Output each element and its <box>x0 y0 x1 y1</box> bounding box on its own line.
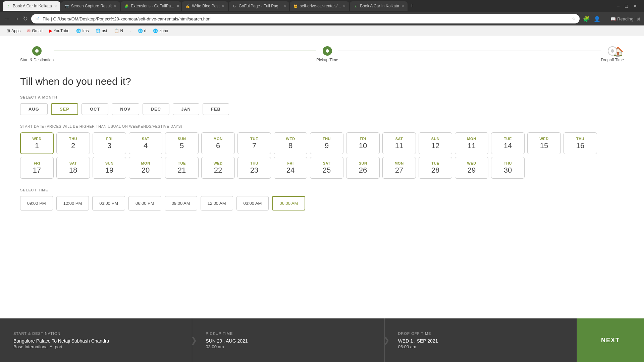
step-1-label: Start & Destination <box>20 58 54 62</box>
maximize-button[interactable]: □ <box>625 3 628 9</box>
month-btn-dec[interactable]: DEC <box>143 103 169 115</box>
day-btn-5[interactable]: SUN5 <box>165 132 199 154</box>
tab-1-favicon: Z <box>6 4 11 8</box>
day-btn-16[interactable]: THU16 <box>564 132 597 154</box>
month-btn-nov[interactable]: NOV <box>112 103 139 115</box>
day-btn-18[interactable]: SAT18 <box>56 157 90 179</box>
tab-6-close[interactable]: ✕ <box>343 4 346 8</box>
day-name: THU <box>250 161 258 165</box>
day-num: 15 <box>540 141 548 150</box>
day-btn-2[interactable]: THU2 <box>56 132 90 154</box>
tab-5-close[interactable]: ✕ <box>284 4 287 8</box>
bookmark-dot-label: · <box>130 28 131 33</box>
tab-2[interactable]: 📷 Screen Capture Result ✕ <box>61 1 120 11</box>
forward-button[interactable]: → <box>13 15 19 22</box>
tab-3[interactable]: 🧩 Extensions - GoFullPa... ✕ <box>121 1 181 11</box>
day-btn-25[interactable]: SAT25 <box>310 157 343 179</box>
tab-2-close[interactable]: ✕ <box>114 4 117 8</box>
footer-dropoff-label: DROP OFF TIME <box>398 331 563 336</box>
bookmark-apps[interactable]: ⊞ Apps <box>4 27 23 35</box>
footer-arrow-1: ❯ <box>191 336 197 345</box>
day-btn-27[interactable]: MON27 <box>382 157 416 179</box>
tab-5[interactable]: G GoFullPage - Full Pag... ✕ <box>229 1 289 11</box>
day-btn-14[interactable]: TUE14 <box>491 132 525 154</box>
tab-7-label: Book A Car In Kolkata <box>360 4 399 8</box>
day-btn-15[interactable]: WED15 <box>527 132 561 154</box>
bookmark-dot[interactable]: · <box>127 27 133 35</box>
refresh-button[interactable]: ↻ <box>23 15 28 22</box>
day-num: 27 <box>395 166 403 175</box>
tab-1[interactable]: Z Book A Car In Kolkata ✕ <box>3 1 60 11</box>
day-btn-6[interactable]: MON6 <box>201 132 235 154</box>
day-btn-12[interactable]: SUN12 <box>419 132 452 154</box>
time-btn-06-00-PM[interactable]: 06:00 PM <box>128 196 161 210</box>
close-button[interactable]: ✕ <box>633 3 637 9</box>
footer-start-label: START & DESTINATION <box>13 331 178 336</box>
month-btn-aug[interactable]: AUG <box>20 103 48 115</box>
select-time-label: SELECT TIME <box>20 188 624 192</box>
month-btn-sep[interactable]: SEP <box>51 103 78 115</box>
step-1-circle <box>32 46 42 56</box>
reading-list-label[interactable]: 📖 Reading list <box>610 16 640 21</box>
bookmark-gmail[interactable]: ✉ Gmail <box>24 27 45 35</box>
month-btn-oct[interactable]: OCT <box>82 103 108 115</box>
next-button[interactable]: NEXT <box>577 318 644 362</box>
day-btn-17[interactable]: FRI17 <box>20 157 54 179</box>
day-btn-30[interactable]: THU30 <box>491 157 525 179</box>
time-btn-06-00-AM[interactable]: 06:00 AM <box>272 196 305 210</box>
address-bar[interactable]: 📄 File | C:/Users/OM/Desktop/Porject%20-… <box>31 14 580 23</box>
day-btn-8[interactable]: WED8 <box>274 132 307 154</box>
day-btn-23[interactable]: THU23 <box>237 157 271 179</box>
time-btn-09-00-AM[interactable]: 09:00 AM <box>165 196 197 210</box>
tab-7[interactable]: Z Book A Car In Kolkata ✕ <box>350 1 408 11</box>
day-btn-20[interactable]: MON20 <box>129 157 162 179</box>
bookmark-n[interactable]: 📋 N <box>111 27 126 35</box>
tab-4[interactable]: ✍ Write Blog Post ✕ <box>182 1 228 11</box>
time-btn-03-00-AM[interactable]: 03:00 AM <box>236 196 269 210</box>
day-btn-21[interactable]: TUE21 <box>165 157 199 179</box>
bookmark-star-icon[interactable]: ☆ <box>572 16 576 21</box>
bookmark-youtube[interactable]: ▶ YouTube <box>47 27 72 35</box>
day-btn-4[interactable]: SAT4 <box>129 132 162 154</box>
month-btn-jan[interactable]: JAN <box>173 103 199 115</box>
day-num: 18 <box>69 166 77 175</box>
tab-1-close[interactable]: ✕ <box>54 4 57 8</box>
bookmark-lms[interactable]: 🌐 lms <box>73 27 92 35</box>
time-btn-12-00-PM[interactable]: 12:00 PM <box>56 196 89 210</box>
back-button[interactable]: ← <box>4 15 10 22</box>
tab-6[interactable]: 🐱 self-drive-car-rentals/... ✕ <box>290 1 350 11</box>
day-btn-19[interactable]: SUN19 <box>93 157 126 179</box>
month-btn-feb[interactable]: FEB <box>203 103 229 115</box>
bookmark-zoho-label: zoho <box>159 28 168 33</box>
tab-2-favicon: 📷 <box>64 4 69 8</box>
day-name: THU <box>69 137 77 141</box>
minimize-button[interactable]: − <box>617 3 620 9</box>
tab-3-close[interactable]: ✕ <box>176 4 179 8</box>
day-num: 30 <box>504 166 512 175</box>
day-btn-11[interactable]: MON11 <box>455 132 488 154</box>
bookmark-ast[interactable]: 🌐 ast <box>93 27 110 35</box>
day-btn-24[interactable]: FRI24 <box>274 157 307 179</box>
day-btn-7[interactable]: TUE7 <box>237 132 271 154</box>
bookmark-zoho[interactable]: 🌐 zoho <box>150 27 171 35</box>
time-btn-09-00-PM[interactable]: 09:00 PM <box>20 196 53 210</box>
day-btn-11[interactable]: SAT11 <box>382 132 416 154</box>
time-btn-12-00-AM[interactable]: 12:00 AM <box>201 196 233 210</box>
day-btn-28[interactable]: TUE28 <box>419 157 452 179</box>
tab-7-close[interactable]: ✕ <box>401 4 404 8</box>
day-btn-1[interactable]: WED1 <box>20 132 54 154</box>
day-btn-10[interactable]: FRI10 <box>346 132 380 154</box>
day-btn-9[interactable]: THU9 <box>310 132 343 154</box>
day-btn-22[interactable]: WED22 <box>201 157 235 179</box>
bookmark-ast-label: ast <box>102 28 107 33</box>
day-btn-29[interactable]: WED29 <box>455 157 488 179</box>
bookmark-rl[interactable]: 🌐 rl <box>135 27 149 35</box>
rl-icon: 🌐 <box>138 28 143 33</box>
extensions-icon[interactable]: 🧩 <box>583 16 590 22</box>
day-btn-3[interactable]: FRI3 <box>93 132 126 154</box>
time-btn-03-00-PM[interactable]: 03:00 PM <box>92 196 125 210</box>
new-tab-button[interactable]: + <box>408 3 416 10</box>
profile-icon[interactable]: 👤 <box>594 16 600 22</box>
day-btn-26[interactable]: SUN26 <box>346 157 380 179</box>
tab-4-close[interactable]: ✕ <box>222 4 225 8</box>
